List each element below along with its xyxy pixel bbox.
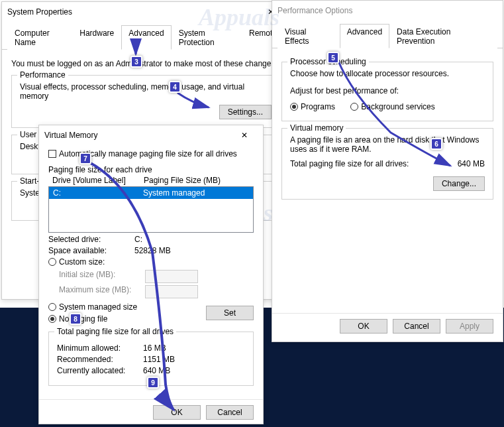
ok-button[interactable]: OK bbox=[153, 405, 201, 420]
drive-listbox[interactable]: C: System managed bbox=[48, 186, 254, 233]
window-title: Virtual Memory bbox=[44, 131, 231, 140]
drive-row[interactable]: C: System managed bbox=[49, 187, 253, 199]
window-title: Performance Options bbox=[277, 6, 497, 15]
sched-desc: Choose how to allocate processor resourc… bbox=[290, 69, 485, 78]
tab-visual-effects[interactable]: Visual Effects bbox=[277, 24, 340, 48]
performance-options-window: Performance Options Visual Effects Advan… bbox=[272, 0, 503, 342]
list-header: Drive [Volume Label] Paging File Size (M… bbox=[48, 174, 254, 186]
titlebar: Virtual Memory ✕ bbox=[39, 125, 263, 145]
group-title: Virtual memory bbox=[287, 123, 346, 133]
max-label: Maximum size (MB): bbox=[59, 285, 145, 298]
step-marker-5: 5 bbox=[327, 52, 339, 64]
tabs: Computer Name Hardware Advanced System P… bbox=[2, 25, 289, 50]
max-size-input[interactable] bbox=[145, 285, 198, 298]
titlebar: System Properties ✕ bbox=[2, 2, 289, 22]
cancel-button[interactable]: Cancel bbox=[206, 405, 254, 420]
step-marker-6: 6 bbox=[430, 138, 442, 150]
apply-button[interactable]: Apply bbox=[446, 319, 493, 334]
total-value: 640 MB bbox=[458, 159, 485, 168]
rec-value: 1151 MB bbox=[143, 355, 175, 364]
min-label: Minimum allowed: bbox=[57, 343, 143, 353]
tab-system-protection[interactable]: System Protection bbox=[172, 25, 242, 50]
drives-label: Paging file size for each drive bbox=[48, 165, 254, 174]
tab-advanced[interactable]: Advanced bbox=[340, 24, 389, 48]
step-marker-8: 8 bbox=[70, 313, 81, 325]
change-button[interactable]: Change... bbox=[433, 176, 485, 191]
auto-manage-checkbox[interactable]: Automatically manage paging file size fo… bbox=[48, 149, 237, 158]
performance-desc: Visual effects, processor scheduling, me… bbox=[20, 82, 272, 101]
step-marker-4: 4 bbox=[169, 81, 181, 93]
window-title: System Properties bbox=[7, 7, 258, 17]
cur-value: 640 MB bbox=[143, 366, 170, 375]
vm-desc: A paging file is an area on the hard dis… bbox=[290, 135, 485, 154]
initial-label: Initial size (MB): bbox=[59, 270, 145, 283]
rec-label: Recommended: bbox=[57, 355, 143, 364]
titlebar: Performance Options bbox=[272, 1, 503, 21]
processor-scheduling-group: Processor scheduling Choose how to alloc… bbox=[281, 62, 493, 121]
space-label: Space available: bbox=[48, 246, 134, 255]
radio-custom-size[interactable]: Custom size: bbox=[48, 257, 105, 267]
min-value: 16 MB bbox=[143, 343, 166, 353]
total-label: Total paging file size for all drives: bbox=[290, 159, 458, 168]
radio-programs[interactable]: Programs bbox=[290, 102, 335, 111]
cur-label: Currently allocated: bbox=[57, 366, 143, 375]
ok-button[interactable]: OK bbox=[340, 319, 387, 334]
close-icon[interactable]: ✕ bbox=[231, 126, 258, 145]
adjust-label: Adjust for best performance of: bbox=[290, 86, 485, 95]
selected-drive-value: C: bbox=[134, 235, 142, 244]
space-value: 52828 MB bbox=[134, 246, 171, 255]
virtual-memory-group: Virtual memory A paging file is an area … bbox=[281, 128, 493, 200]
step-marker-9: 9 bbox=[147, 377, 159, 389]
tab-advanced[interactable]: Advanced bbox=[121, 25, 171, 50]
tab-hardware[interactable]: Hardware bbox=[72, 25, 121, 50]
cancel-button[interactable]: Cancel bbox=[393, 319, 440, 334]
performance-group: Performance Visual effects, processor sc… bbox=[11, 75, 280, 128]
group-title: Performance bbox=[17, 70, 68, 80]
step-marker-7: 7 bbox=[79, 152, 91, 164]
radio-background[interactable]: Background services bbox=[350, 102, 434, 111]
admin-note: You must be logged on as an Administrato… bbox=[11, 59, 280, 68]
initial-size-input[interactable] bbox=[145, 270, 198, 283]
settings-button[interactable]: Settings... bbox=[219, 105, 272, 119]
step-marker-3: 3 bbox=[130, 56, 142, 68]
group-title: Total paging file size for all drives bbox=[54, 327, 176, 336]
tab-computer-name[interactable]: Computer Name bbox=[7, 25, 72, 50]
checkbox-icon bbox=[48, 150, 56, 158]
selected-drive-label: Selected drive: bbox=[48, 235, 134, 244]
tabs: Visual Effects Advanced Data Execution P… bbox=[272, 23, 503, 48]
set-button[interactable]: Set bbox=[206, 306, 254, 320]
tab-dep[interactable]: Data Execution Prevention bbox=[389, 24, 497, 48]
radio-system-managed[interactable]: System managed size bbox=[48, 302, 193, 312]
